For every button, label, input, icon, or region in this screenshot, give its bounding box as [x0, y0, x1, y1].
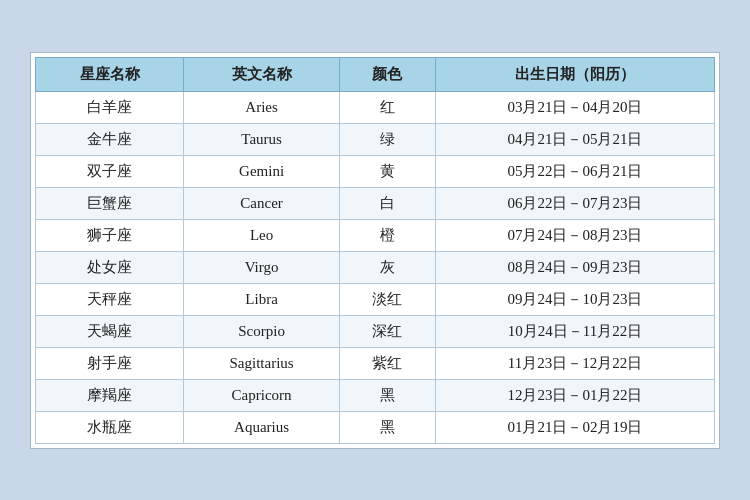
table-cell-5-0: 处女座 — [36, 251, 184, 283]
table-cell-8-2: 紫红 — [339, 347, 435, 379]
table-row: 天蝎座Scorpio深红10月24日－11月22日 — [36, 315, 715, 347]
table-cell-6-0: 天秤座 — [36, 283, 184, 315]
table-header-row: 星座名称 英文名称 颜色 出生日期（阳历） — [36, 57, 715, 91]
table-cell-0-2: 红 — [339, 91, 435, 123]
table-cell-7-1: Scorpio — [184, 315, 340, 347]
table-cell-1-3: 04月21日－05月21日 — [435, 123, 714, 155]
table-cell-2-0: 双子座 — [36, 155, 184, 187]
table-cell-0-1: Aries — [184, 91, 340, 123]
table-cell-3-0: 巨蟹座 — [36, 187, 184, 219]
table-cell-0-0: 白羊座 — [36, 91, 184, 123]
table-cell-9-1: Capricorn — [184, 379, 340, 411]
table-cell-10-3: 01月21日－02月19日 — [435, 411, 714, 443]
table-cell-1-2: 绿 — [339, 123, 435, 155]
table-row: 巨蟹座Cancer白06月22日－07月23日 — [36, 187, 715, 219]
table-cell-5-3: 08月24日－09月23日 — [435, 251, 714, 283]
table-row: 金牛座Taurus绿04月21日－05月21日 — [36, 123, 715, 155]
table-cell-6-3: 09月24日－10月23日 — [435, 283, 714, 315]
table-cell-3-1: Cancer — [184, 187, 340, 219]
table-row: 水瓶座Aquarius黑01月21日－02月19日 — [36, 411, 715, 443]
table-row: 双子座Gemini黄05月22日－06月21日 — [36, 155, 715, 187]
table-cell-2-3: 05月22日－06月21日 — [435, 155, 714, 187]
table-cell-2-2: 黄 — [339, 155, 435, 187]
table-row: 白羊座Aries红03月21日－04月20日 — [36, 91, 715, 123]
table-cell-8-0: 射手座 — [36, 347, 184, 379]
zodiac-table: 星座名称 英文名称 颜色 出生日期（阳历） 白羊座Aries红03月21日－04… — [35, 57, 715, 444]
table-cell-1-0: 金牛座 — [36, 123, 184, 155]
table-cell-4-3: 07月24日－08月23日 — [435, 219, 714, 251]
table-cell-4-0: 狮子座 — [36, 219, 184, 251]
table-cell-7-2: 深红 — [339, 315, 435, 347]
table-cell-9-0: 摩羯座 — [36, 379, 184, 411]
table-cell-1-1: Taurus — [184, 123, 340, 155]
zodiac-table-wrapper: 星座名称 英文名称 颜色 出生日期（阳历） 白羊座Aries红03月21日－04… — [30, 52, 720, 449]
table-cell-8-3: 11月23日－12月22日 — [435, 347, 714, 379]
table-cell-3-3: 06月22日－07月23日 — [435, 187, 714, 219]
table-cell-6-1: Libra — [184, 283, 340, 315]
table-row: 摩羯座Capricorn黑12月23日－01月22日 — [36, 379, 715, 411]
table-cell-3-2: 白 — [339, 187, 435, 219]
table-cell-9-2: 黑 — [339, 379, 435, 411]
table-cell-9-3: 12月23日－01月22日 — [435, 379, 714, 411]
table-cell-4-1: Leo — [184, 219, 340, 251]
col-header-color: 颜色 — [339, 57, 435, 91]
col-header-english-name: 英文名称 — [184, 57, 340, 91]
table-row: 狮子座Leo橙07月24日－08月23日 — [36, 219, 715, 251]
table-cell-2-1: Gemini — [184, 155, 340, 187]
table-cell-8-1: Sagittarius — [184, 347, 340, 379]
table-cell-6-2: 淡红 — [339, 283, 435, 315]
table-cell-7-0: 天蝎座 — [36, 315, 184, 347]
table-cell-10-1: Aquarius — [184, 411, 340, 443]
col-header-birthdate: 出生日期（阳历） — [435, 57, 714, 91]
table-cell-0-3: 03月21日－04月20日 — [435, 91, 714, 123]
table-cell-10-0: 水瓶座 — [36, 411, 184, 443]
table-cell-4-2: 橙 — [339, 219, 435, 251]
table-row: 天秤座Libra淡红09月24日－10月23日 — [36, 283, 715, 315]
table-cell-7-3: 10月24日－11月22日 — [435, 315, 714, 347]
col-header-chinese-name: 星座名称 — [36, 57, 184, 91]
table-cell-5-1: Virgo — [184, 251, 340, 283]
table-cell-5-2: 灰 — [339, 251, 435, 283]
table-row: 处女座Virgo灰08月24日－09月23日 — [36, 251, 715, 283]
table-row: 射手座Sagittarius紫红11月23日－12月22日 — [36, 347, 715, 379]
table-cell-10-2: 黑 — [339, 411, 435, 443]
